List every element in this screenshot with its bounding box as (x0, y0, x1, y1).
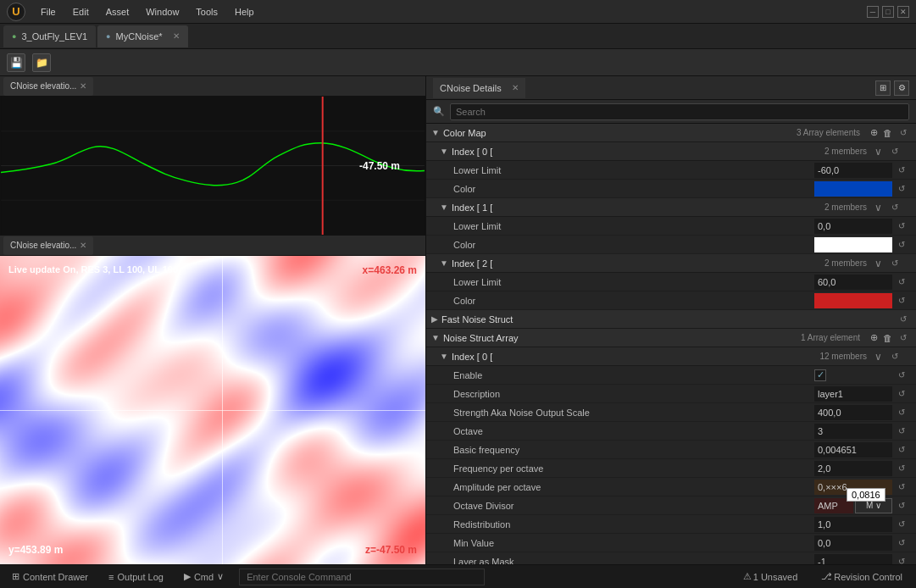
basic-freq-reset[interactable]: ↺ (894, 442, 909, 458)
color-map-index0-header[interactable]: ▼ Index [ 0 [ 2 members ∨ ↺ (426, 142, 916, 161)
redistribution-input[interactable] (814, 517, 892, 532)
noise-array-reset[interactable]: ↺ (896, 330, 911, 346)
freq-per-octave-reset[interactable]: ↺ (894, 461, 909, 476)
index0-expand[interactable]: ∨ (870, 144, 885, 159)
freq-per-octave-input[interactable] (814, 461, 892, 476)
folder-button[interactable]: 📁 (32, 53, 51, 72)
index2-label: Index [ 2 [ (452, 258, 824, 269)
enable-reset[interactable]: ↺ (894, 368, 909, 383)
index2-lower-limit-reset[interactable]: ↺ (894, 275, 909, 290)
basic-freq-input[interactable] (814, 442, 892, 458)
index1-reset[interactable]: ↺ (887, 200, 902, 215)
index2-lower-limit-input[interactable] (814, 275, 892, 290)
index0-color-swatch[interactable] (814, 181, 892, 197)
index0-color-reset[interactable]: ↺ (894, 181, 909, 197)
menu-file[interactable]: File (34, 5, 63, 19)
tab-cnoise-close[interactable]: ✕ (173, 31, 180, 41)
menu-asset[interactable]: Asset (99, 5, 136, 19)
details-tab-close[interactable]: ✕ (512, 83, 519, 92)
octave-divisor-reset[interactable]: ↺ (894, 498, 909, 513)
noise-index0-header[interactable]: ▼ Index [ 0 [ 12 members ∨ ↺ (426, 347, 916, 366)
min-value-reset[interactable]: ↺ (894, 535, 909, 551)
graph-tab[interactable]: CNoise elevatio... ✕ (3, 77, 93, 96)
color-map-remove[interactable]: 🗑 (880, 126, 894, 140)
unsaved-button[interactable]: ⚠ 1 Unsaved (736, 567, 805, 587)
map-canvas[interactable]: Live update On, RES 3, LL 100, UL 100 x=… (0, 256, 425, 564)
index2-expand[interactable]: ∨ (870, 256, 885, 271)
color-map-label: Color Map (443, 128, 797, 138)
menu-window[interactable]: Window (139, 5, 186, 19)
noise-index0-reset[interactable]: ↺ (887, 349, 902, 364)
content-drawer-button[interactable]: ⊞ Content Drawer (7, 567, 93, 587)
noise-index0-label: Index [ 0 [ (452, 352, 820, 362)
output-log-icon: ≡ (108, 572, 114, 582)
details-content[interactable]: ▼ Color Map 3 Array elements ⊕ 🗑 ↺ ▼ Ind… (426, 124, 916, 564)
noise-array-add[interactable]: ⊕ (867, 331, 880, 345)
index1-color-reset[interactable]: ↺ (894, 237, 909, 252)
details-grid-view[interactable]: ⊞ (875, 80, 891, 96)
index1-lower-limit-reset[interactable]: ↺ (894, 219, 909, 234)
index1-lower-limit-input[interactable] (814, 219, 892, 234)
noise-array-remove[interactable]: 🗑 (880, 331, 894, 345)
index0-color-row: Color ↺ (426, 180, 916, 198)
output-log-label: Output Log (117, 572, 163, 582)
color-map-index1-header[interactable]: ▼ Index [ 1 [ 2 members ∨ ↺ (426, 198, 916, 217)
fast-noise-reset[interactable]: ↺ (896, 312, 911, 327)
search-input[interactable] (450, 103, 909, 120)
index2-color-swatch[interactable] (814, 293, 892, 308)
graph-tab-close[interactable]: ✕ (80, 81, 86, 91)
color-map-index2-header[interactable]: ▼ Index [ 2 [ 2 members ∨ ↺ (426, 254, 916, 273)
window-close[interactable]: ✕ (897, 6, 909, 18)
index0-lower-limit-reset[interactable]: ↺ (894, 163, 909, 178)
color-map-header[interactable]: ▼ Color Map 3 Array elements ⊕ 🗑 ↺ (426, 124, 916, 142)
min-value-input[interactable] (814, 535, 892, 551)
index1-expand[interactable]: ∨ (870, 200, 885, 215)
details-settings[interactable]: ⚙ (894, 80, 909, 96)
cmd-button[interactable]: ▶ Cmd ∨ (179, 567, 229, 587)
color-map-add[interactable]: ⊕ (867, 126, 880, 140)
description-reset[interactable]: ↺ (894, 386, 909, 402)
window-minimize[interactable]: ─ (867, 6, 879, 18)
search-bar: 🔍 (426, 100, 916, 124)
map-tab-close[interactable]: ✕ (80, 241, 86, 250)
content-drawer-label: Content Drawer (23, 572, 88, 582)
index2-color-reset[interactable]: ↺ (894, 293, 909, 308)
layer-mask-reset[interactable]: ↺ (894, 554, 909, 565)
color-map-reset[interactable]: ↺ (896, 125, 911, 141)
tab-level-label: 3_OutFly_LEV1 (21, 31, 87, 42)
output-log-button[interactable]: ≡ Output Log (103, 567, 169, 587)
octave-reset[interactable]: ↺ (894, 424, 909, 439)
menu-help[interactable]: Help (228, 5, 261, 19)
description-input[interactable] (814, 386, 892, 402)
menu-edit[interactable]: Edit (66, 5, 96, 19)
tab-cnoise[interactable]: ● MyCNoise* ✕ (97, 25, 187, 47)
revision-control-button[interactable]: ⎇ Revision Control (814, 567, 909, 587)
layer-mask-input[interactable] (814, 554, 892, 565)
index1-color-swatch[interactable] (814, 237, 892, 252)
index1-color-label: Color (453, 240, 814, 250)
amp-per-octave-reset[interactable]: ↺ (894, 480, 909, 495)
noise-index0-expand[interactable]: ∨ (870, 349, 885, 364)
octave-divisor-label: Octave Divisor (453, 501, 814, 511)
strength-reset[interactable]: ↺ (894, 405, 909, 420)
window-maximize[interactable]: □ (882, 6, 894, 18)
tab-level[interactable]: ● 3_OutFly_LEV1 (3, 25, 96, 47)
redistribution-reset[interactable]: ↺ (894, 517, 909, 532)
save-button[interactable]: 💾 (7, 53, 25, 72)
octave-input[interactable] (814, 424, 892, 439)
color-map-arrow: ▼ (431, 128, 440, 137)
fast-noise-header[interactable]: ▶ Fast Noise Struct ↺ (426, 310, 916, 329)
graph-value-label: -47.50 m (359, 160, 400, 172)
details-tab[interactable]: CNoise Details ✕ (433, 78, 525, 98)
enable-checkbox[interactable]: ✓ (814, 369, 826, 381)
index2-reset[interactable]: ↺ (887, 256, 902, 271)
map-tab[interactable]: CNoise elevatio... ✕ (3, 236, 93, 255)
map-label-z: z=-47.50 m (365, 544, 417, 556)
strength-input[interactable] (814, 405, 892, 420)
console-input[interactable] (239, 569, 485, 585)
status-bar: ⊞ Content Drawer ≡ Output Log ▶ Cmd ∨ ⚠ … (0, 564, 916, 588)
index0-reset[interactable]: ↺ (887, 144, 902, 159)
noise-array-header[interactable]: ▼ Noise Struct Array 1 Array element ⊕ 🗑… (426, 329, 916, 347)
menu-tools[interactable]: Tools (189, 5, 225, 19)
index0-lower-limit-input[interactable] (814, 163, 892, 178)
